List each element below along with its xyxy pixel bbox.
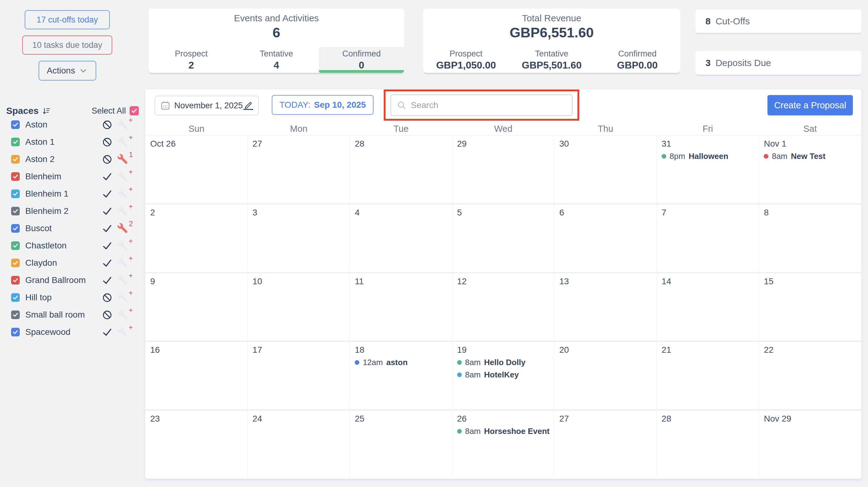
search-input[interactable] — [411, 95, 572, 115]
space-available-toggle[interactable] — [102, 258, 112, 268]
calendar-day-cell[interactable]: 30 — [554, 136, 657, 203]
space-checkbox[interactable] — [11, 310, 20, 319]
wrench-button[interactable]: + — [118, 292, 128, 303]
space-checkbox[interactable] — [11, 207, 20, 215]
calendar-day-cell[interactable]: Nov 18amNew Test — [759, 136, 861, 203]
wrench-button[interactable]: 1 — [118, 154, 128, 164]
space-checkbox[interactable] — [11, 189, 20, 198]
calendar-day-cell[interactable]: 11 — [350, 273, 452, 341]
calendar-day-cell[interactable]: 28 — [657, 411, 759, 478]
calendar-day-cell[interactable]: 15 — [759, 273, 861, 341]
space-checkbox[interactable] — [11, 138, 20, 146]
space-available-toggle[interactable] — [102, 171, 112, 182]
create-proposal-button[interactable]: Create a Proposal — [768, 95, 853, 115]
sort-icon[interactable] — [42, 106, 51, 115]
calendar-day-cell[interactable]: 27 — [248, 136, 350, 203]
calendar-day-cell[interactable]: 22 — [759, 342, 861, 409]
calendar-event[interactable]: 8pmHalloween — [662, 152, 756, 161]
wrench-button[interactable]: + — [118, 258, 128, 268]
space-checkbox[interactable] — [11, 172, 20, 181]
breakdown-tab-prospect[interactable]: Prospect2 — [149, 47, 234, 73]
calendar-day-cell[interactable]: 6 — [554, 205, 657, 272]
breakdown-tab-confirmed[interactable]: Confirmed0 — [319, 47, 404, 73]
calendar-day-cell[interactable]: 14 — [657, 273, 759, 341]
calendar-day-cell[interactable]: 5 — [452, 205, 555, 272]
side-card-deposits-due[interactable]: 3Deposits Due — [695, 51, 861, 75]
calendar-event[interactable]: 8amNew Test — [764, 152, 858, 161]
event-time: 8am — [465, 370, 481, 379]
select-all-checkbox[interactable] — [129, 106, 139, 115]
space-available-toggle[interactable] — [102, 206, 112, 216]
wrench-button[interactable]: + — [118, 309, 128, 320]
calendar-day-cell[interactable]: 29 — [452, 136, 555, 203]
space-blocked-toggle[interactable] — [102, 309, 112, 320]
side-card-label: Deposits Due — [716, 58, 771, 68]
cutoffs-today-button[interactable]: 17 cut-offs today — [25, 10, 110, 29]
wrench-button[interactable]: + — [118, 171, 128, 182]
calendar-day-cell[interactable]: 3 — [248, 205, 350, 272]
calendar-day-cell[interactable]: 20 — [554, 342, 657, 409]
space-checkbox[interactable] — [11, 276, 20, 284]
month-date-picker-button[interactable]: November 1, 2025 — [155, 96, 259, 115]
space-available-toggle[interactable] — [102, 189, 112, 199]
calendar-day-cell[interactable]: 24 — [248, 411, 350, 478]
space-available-toggle[interactable] — [102, 240, 112, 251]
wrench-button[interactable]: + — [118, 189, 128, 199]
calendar-day-cell[interactable]: 25 — [350, 411, 452, 478]
wrench-button[interactable]: 2 — [118, 223, 128, 234]
space-blocked-toggle[interactable] — [102, 292, 112, 303]
calendar-day-cell[interactable]: 4 — [350, 205, 452, 272]
calendar-day-cell[interactable]: 318pmHalloween — [657, 136, 759, 203]
calendar-event[interactable]: 12amaston — [355, 358, 449, 367]
calendar-day-cell[interactable]: Oct 26 — [145, 136, 248, 203]
space-blocked-toggle[interactable] — [102, 154, 112, 164]
wrench-button[interactable]: + — [118, 137, 128, 147]
edit-date-icon[interactable] — [243, 101, 253, 110]
calendar-day-cell[interactable]: 23 — [145, 411, 248, 478]
calendar-day-cell[interactable]: 198amHello Dolly8amHotelKey — [452, 342, 555, 409]
calendar-day-cell[interactable]: 12 — [452, 273, 555, 341]
calendar-day-cell[interactable]: 17 — [248, 342, 350, 409]
wrench-button[interactable]: + — [118, 240, 128, 251]
actions-dropdown-button[interactable]: Actions — [38, 61, 96, 81]
space-row: Aston 21 — [0, 151, 145, 168]
calendar-day-cell[interactable]: 2 — [145, 205, 248, 272]
space-blocked-toggle[interactable] — [102, 137, 112, 147]
calendar-day-cell[interactable]: 1812amaston — [350, 342, 452, 409]
calendar-event[interactable]: 8amHello Dolly — [457, 358, 551, 367]
calendar-day-cell[interactable]: 21 — [657, 342, 759, 409]
space-checkbox[interactable] — [11, 241, 20, 250]
cell-date-label: 27 — [253, 139, 347, 149]
calendar-day-cell[interactable]: Nov 29 — [759, 411, 861, 478]
calendar-day-cell[interactable]: 10 — [248, 273, 350, 341]
calendar-day-cell[interactable]: 8 — [759, 205, 861, 272]
space-checkbox[interactable] — [11, 224, 20, 233]
space-checkbox[interactable] — [11, 155, 20, 163]
calendar-day-cell[interactable]: 16 — [145, 342, 248, 409]
space-blocked-toggle[interactable] — [102, 119, 112, 130]
calendar-day-cell[interactable]: 13 — [554, 273, 657, 341]
space-checkbox[interactable] — [11, 293, 20, 302]
space-checkbox[interactable] — [11, 120, 20, 129]
calendar-day-cell[interactable]: 268amHorseshoe Event — [452, 411, 555, 478]
space-checkbox[interactable] — [11, 328, 20, 336]
space-available-toggle[interactable] — [102, 275, 112, 285]
calendar-event[interactable]: 8amHorseshoe Event — [457, 427, 551, 436]
calendar-event[interactable]: 8amHotelKey — [457, 370, 551, 379]
calendar-day-cell[interactable]: 9 — [145, 273, 248, 341]
space-label: Blenheim 1 — [25, 189, 68, 199]
calendar-day-cell[interactable]: 28 — [350, 136, 452, 203]
tasks-due-today-button[interactable]: 10 tasks due today — [22, 35, 112, 55]
calendar-day-cell[interactable]: 27 — [554, 411, 657, 478]
wrench-button[interactable]: + — [118, 206, 128, 216]
wrench-button[interactable]: + — [118, 119, 128, 130]
space-available-toggle[interactable] — [102, 223, 112, 234]
calendar-day-cell[interactable]: 7 — [657, 205, 759, 272]
wrench-button[interactable]: + — [118, 275, 128, 285]
space-available-toggle[interactable] — [102, 327, 112, 337]
space-checkbox[interactable] — [11, 258, 20, 267]
breakdown-tab-tentative[interactable]: Tentative4 — [234, 47, 319, 73]
wrench-button[interactable]: + — [118, 327, 128, 337]
side-card-cut-offs[interactable]: 8Cut-Offs — [695, 9, 861, 33]
today-button[interactable]: TODAY: Sep 10, 2025 — [272, 95, 374, 115]
